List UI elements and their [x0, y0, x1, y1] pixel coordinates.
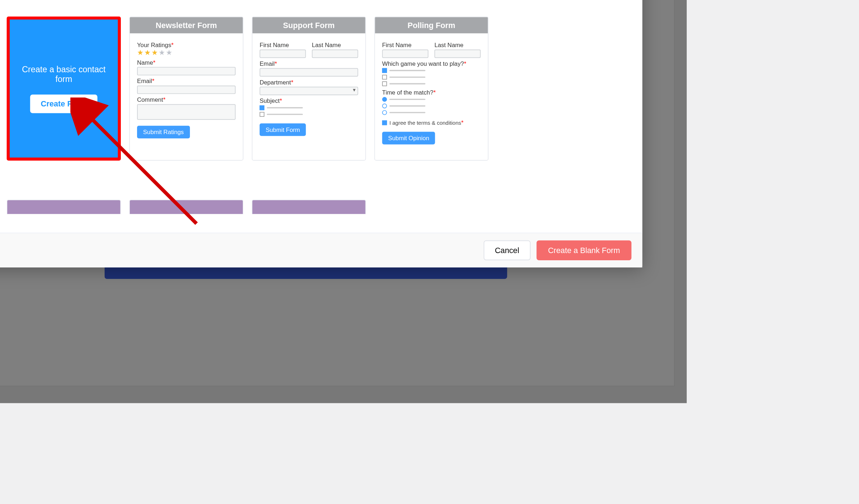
product-templates — [0, 200, 630, 214]
template-polling[interactable]: Polling Form First Name Last Name Which … — [374, 17, 488, 161]
basic-templates: Blank Form New Blank Form Create a basic… — [0, 17, 630, 161]
checkbox-icon — [260, 106, 264, 110]
checkbox-icon — [382, 68, 387, 73]
template-product-3[interactable] — [129, 200, 243, 214]
radio-icon — [382, 97, 387, 102]
section-product-title: Product — [0, 177, 630, 191]
checkbox-icon — [382, 75, 387, 80]
radio-icon — [382, 110, 387, 115]
template-product-2[interactable] — [7, 200, 121, 214]
create-form-button[interactable]: Create Form — [30, 94, 97, 113]
checkbox-icon — [260, 112, 264, 117]
modal-scroll[interactable]: Basic Blank Form New Blank Form Create a — [0, 0, 642, 232]
preview-submit: Submit Ratings — [137, 126, 190, 138]
radio-icon — [382, 104, 387, 109]
template-product-4[interactable] — [252, 200, 366, 214]
checkbox-icon — [382, 120, 387, 125]
template-head: Support Form — [253, 17, 365, 33]
create-blank-button[interactable]: Create a Blank Form — [537, 240, 632, 260]
template-head: Newsletter Form — [130, 17, 243, 33]
checkbox-icon — [382, 82, 387, 86]
template-modal: Choose a pre-made form template or creat… — [0, 0, 642, 267]
newsletter-preview: Your Ratings* ★★★★★ Name* Email* Comment… — [130, 33, 243, 160]
modal-body: Category All Category Basic Blank Form — [0, 0, 642, 233]
template-contact[interactable]: Create a basic contact form Create Form — [7, 17, 121, 161]
template-support[interactable]: Support Form First Name Last Name Email*… — [252, 17, 366, 161]
modal-footer: Cancel Create a Blank Form — [0, 233, 642, 267]
preview-submit: Submit Opinion — [382, 132, 435, 145]
section-basic-title: Basic — [0, 0, 630, 8]
cancel-button[interactable]: Cancel — [483, 240, 531, 260]
support-preview: First Name Last Name Email* Department* … — [253, 33, 365, 160]
polling-preview: First Name Last Name Which game you want… — [375, 33, 488, 160]
template-newsletter[interactable]: Newsletter Form Your Ratings* ★★★★★ Name… — [129, 17, 243, 161]
preview-submit: Submit Form — [260, 123, 306, 136]
stars-icon: ★★★★★ — [137, 48, 236, 56]
contact-text: Create a basic contact form — [10, 64, 118, 83]
template-head: Polling Form — [375, 17, 488, 33]
